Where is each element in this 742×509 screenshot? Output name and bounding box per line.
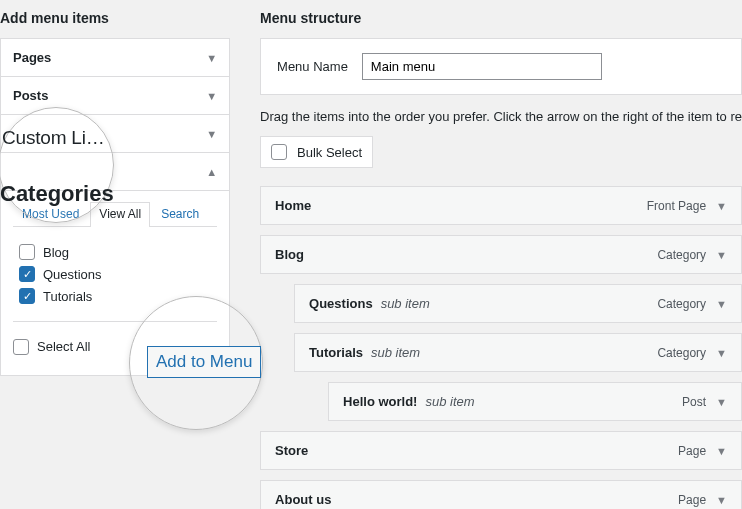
select-all-row[interactable]: Select All xyxy=(13,336,90,358)
menu-item-type: Category xyxy=(657,248,706,262)
menu-item-type: Category xyxy=(657,297,706,311)
category-item[interactable]: Tutorials xyxy=(19,285,217,307)
bulk-select-label: Bulk Select xyxy=(297,145,362,160)
category-item[interactable]: Blog xyxy=(19,241,217,263)
menu-item[interactable]: Questionssub itemCategory▼ xyxy=(294,284,742,323)
category-checklist: Blog Questions Tutorials xyxy=(13,237,217,317)
caret-down-icon: ▼ xyxy=(206,128,217,140)
menu-item-type: Category xyxy=(657,346,706,360)
menu-item[interactable]: About usPage▼ xyxy=(260,480,742,509)
checkbox-icon[interactable] xyxy=(271,144,287,160)
caret-up-icon: ▲ xyxy=(206,166,217,178)
caret-down-icon[interactable]: ▼ xyxy=(716,396,727,408)
tab-search[interactable]: Search xyxy=(152,202,208,227)
select-all-label: Select All xyxy=(37,339,90,354)
category-tabs: Most Used View All Search xyxy=(13,201,217,227)
category-label: Tutorials xyxy=(43,289,92,304)
menu-name-input[interactable] xyxy=(362,53,602,80)
panel-categories-header[interactable]: Categories ▲ xyxy=(1,153,229,190)
category-label: Blog xyxy=(43,245,69,260)
menu-item-type: Front Page xyxy=(647,199,706,213)
checkbox-icon[interactable] xyxy=(19,288,35,304)
menu-item[interactable]: Tutorialssub itemCategory▼ xyxy=(294,333,742,372)
checkbox-icon[interactable] xyxy=(19,266,35,282)
menu-item-title: Store xyxy=(275,443,308,458)
add-menu-items-heading: Add menu items xyxy=(0,10,230,26)
caret-down-icon[interactable]: ▼ xyxy=(716,445,727,457)
menu-name-label: Menu Name xyxy=(277,59,348,74)
tab-most-used[interactable]: Most Used xyxy=(13,202,88,227)
bulk-select-control[interactable]: Bulk Select xyxy=(260,136,373,168)
caret-down-icon[interactable]: ▼ xyxy=(716,200,727,212)
category-label: Questions xyxy=(43,267,102,282)
caret-down-icon: ▼ xyxy=(206,52,217,64)
menu-item-title: Questions xyxy=(309,296,373,311)
panel-posts-title: Posts xyxy=(13,88,48,103)
panel-custom-links[interactable]: Custom Links ▼ xyxy=(0,115,230,153)
sub-item-label: sub item xyxy=(425,394,474,409)
menu-items-list: HomeFront Page▼BlogCategory▼Questionssub… xyxy=(260,186,742,509)
checkbox-icon[interactable] xyxy=(13,339,29,355)
panel-posts[interactable]: Posts ▼ xyxy=(0,77,230,115)
menu-item-title: Hello world! xyxy=(343,394,417,409)
menu-item-type: Page xyxy=(678,444,706,458)
menu-item-title: Blog xyxy=(275,247,304,262)
menu-item[interactable]: StorePage▼ xyxy=(260,431,742,470)
category-item[interactable]: Questions xyxy=(19,263,217,285)
sub-item-label: sub item xyxy=(371,345,420,360)
sub-item-label: sub item xyxy=(381,296,430,311)
instructions-text: Drag the items into the order you prefer… xyxy=(260,109,742,124)
panel-pages-title: Pages xyxy=(13,50,51,65)
caret-down-icon: ▼ xyxy=(206,90,217,102)
menu-item-title: Tutorials xyxy=(309,345,363,360)
checkbox-icon[interactable] xyxy=(19,244,35,260)
menu-item[interactable]: BlogCategory▼ xyxy=(260,235,742,274)
panel-categories: Categories ▲ Most Used View All Search B… xyxy=(0,153,230,376)
menu-item[interactable]: Hello world!sub itemPost▼ xyxy=(328,382,742,421)
panel-pages[interactable]: Pages ▼ xyxy=(0,38,230,77)
caret-down-icon[interactable]: ▼ xyxy=(716,494,727,506)
caret-down-icon[interactable]: ▼ xyxy=(716,347,727,359)
menu-structure-heading: Menu structure xyxy=(260,10,742,26)
menu-item-title: About us xyxy=(275,492,331,507)
caret-down-icon[interactable]: ▼ xyxy=(716,249,727,261)
menu-item-type: Post xyxy=(682,395,706,409)
menu-item-title: Home xyxy=(275,198,311,213)
menu-item-type: Page xyxy=(678,493,706,507)
menu-item[interactable]: HomeFront Page▼ xyxy=(260,186,742,225)
menu-name-row: Menu Name xyxy=(260,38,742,95)
tab-view-all[interactable]: View All xyxy=(90,202,150,227)
caret-down-icon[interactable]: ▼ xyxy=(716,298,727,310)
